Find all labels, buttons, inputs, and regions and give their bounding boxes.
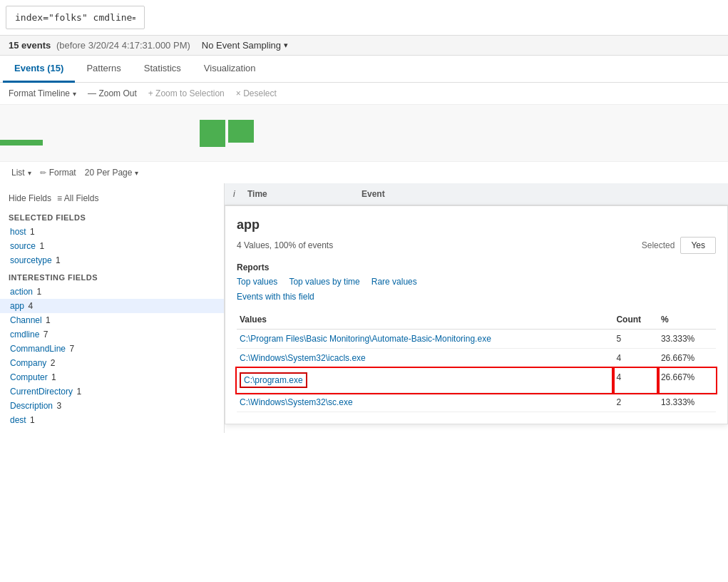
value-link-2[interactable]: C:\program.exe [244, 375, 303, 385]
hide-fields-button[interactable]: Hide Fields [9, 193, 51, 203]
field-meta-right: Selected Yes [642, 237, 716, 254]
table-row: C:\program.exe426.667% [237, 368, 716, 393]
selected-fields-title: SELECTED FIELDS [0, 208, 224, 225]
sidebar-field-description[interactable]: Description 3 [0, 399, 224, 413]
tab-visualization[interactable]: Visualization [193, 56, 267, 83]
events-count: 15 events (before 3/20/24 4:17:31.000 PM… [9, 40, 190, 51]
values-table: Values Count % C:\Program Files\Basic Mo… [237, 310, 716, 412]
events-bar: 15 events (before 3/20/24 4:17:31.000 PM… [0, 35, 728, 56]
sidebar-field-cmdline[interactable]: cmdline 7 [0, 327, 224, 342]
value-link-1[interactable]: C:\Windows\System32\icacls.exe [240, 353, 366, 363]
main-layout: Hide Fields All Fields SELECTED FIELDS h… [0, 183, 728, 433]
value-link-3[interactable]: C:\Windows\System32\sc.exe [240, 397, 353, 407]
search-input[interactable] [6, 6, 145, 29]
sidebar-field-channel[interactable]: Channel 1 [0, 313, 224, 327]
count-cell: 4 [613, 368, 657, 393]
yes-button[interactable]: Yes [680, 237, 716, 254]
sampling-button[interactable]: No Event Sampling [202, 40, 288, 51]
pct-cell: 33.333% [658, 330, 716, 349]
events-with-field-link[interactable]: Events with this field [237, 292, 314, 302]
count-cell: 5 [613, 330, 657, 349]
histogram-bar-1 [200, 120, 225, 147]
count-cell: 2 [613, 393, 657, 412]
format-button[interactable]: Format [40, 168, 76, 178]
col-header-i: i [233, 189, 247, 199]
table-row: C:\Windows\System32\icacls.exe426.667% [237, 349, 716, 368]
deselect-button[interactable]: Deselect [236, 88, 277, 98]
top-values-by-time-link[interactable]: Top values by time [289, 277, 359, 287]
tab-events[interactable]: Events (15) [3, 56, 75, 83]
sidebar-field-commandline[interactable]: CommandLine 7 [0, 342, 224, 356]
histogram-line-bar [0, 140, 43, 146]
selected-label: Selected [642, 240, 675, 250]
sidebar: Hide Fields All Fields SELECTED FIELDS h… [0, 183, 225, 433]
histogram [0, 105, 728, 162]
sidebar-field-app[interactable]: app 4 [0, 299, 224, 313]
pct-col-header: % [658, 310, 716, 330]
pct-cell: 26.667% [658, 368, 716, 393]
pct-cell: 13.333% [658, 393, 716, 412]
value-link-0[interactable]: C:\Program Files\Basic Monitoring\Automa… [240, 334, 491, 344]
tab-patterns[interactable]: Patterns [75, 56, 132, 83]
zoom-selection-button[interactable]: Zoom to Selection [148, 88, 225, 98]
reports-links: Top values Top values by time Rare value… [237, 277, 716, 287]
values-col-header: Values [237, 310, 613, 330]
sidebar-field-company[interactable]: Company 2 [0, 356, 224, 370]
top-values-link[interactable]: Top values [237, 277, 277, 287]
field-popup: app 4 Values, 100% of events Selected Ye… [225, 205, 728, 424]
content-area: i Time Event app 4 Values, 100% of event… [225, 183, 728, 433]
sidebar-header: Hide Fields All Fields [0, 189, 224, 208]
zoom-out-button[interactable]: Zoom Out [88, 88, 137, 98]
timeline-controls: Format Timeline Zoom Out Zoom to Selecti… [0, 83, 728, 105]
sidebar-field-host[interactable]: host 1 [0, 225, 224, 239]
rare-values-link[interactable]: Rare values [371, 277, 417, 287]
sidebar-field-dest[interactable]: dest 1 [0, 413, 224, 427]
pct-cell: 26.667% [658, 349, 716, 368]
reports-section: Reports Top values Top values by time Ra… [237, 262, 716, 302]
format-timeline-button[interactable]: Format Timeline [9, 88, 76, 98]
field-meta-text: 4 Values, 100% of events [237, 240, 333, 250]
all-fields-button[interactable]: All Fields [57, 193, 98, 203]
interesting-fields-title: INTERESTING FIELDS [0, 267, 224, 285]
histogram-bar-2 [228, 120, 254, 143]
field-popup-title: app [237, 218, 716, 233]
perpage-button[interactable]: 20 Per Page [85, 168, 139, 178]
sidebar-field-computer[interactable]: Computer 1 [0, 370, 224, 384]
sidebar-field-sourcetype[interactable]: sourcetype 1 [0, 253, 224, 267]
sidebar-field-currentdirectory[interactable]: CurrentDirectory 1 [0, 384, 224, 399]
table-header: i Time Event [225, 183, 728, 205]
field-meta: 4 Values, 100% of events Selected Yes [237, 237, 716, 254]
list-button[interactable]: List [11, 168, 31, 178]
tab-statistics[interactable]: Statistics [133, 56, 193, 83]
sidebar-field-source[interactable]: source 1 [0, 239, 224, 253]
results-toolbar: List Format 20 Per Page [0, 162, 728, 183]
tabs-bar: Events (15) Patterns Statistics Visualiz… [0, 56, 728, 83]
reports-title: Reports [237, 262, 716, 272]
count-col-header: Count [613, 310, 657, 330]
count-cell: 4 [613, 349, 657, 368]
table-row: C:\Program Files\Basic Monitoring\Automa… [237, 330, 716, 349]
col-header-event: Event [362, 189, 385, 199]
col-header-time: Time [247, 189, 362, 199]
table-row: C:\Windows\System32\sc.exe213.333% [237, 393, 716, 412]
sidebar-field-action[interactable]: action 1 [0, 285, 224, 299]
histogram-bars [200, 120, 254, 147]
